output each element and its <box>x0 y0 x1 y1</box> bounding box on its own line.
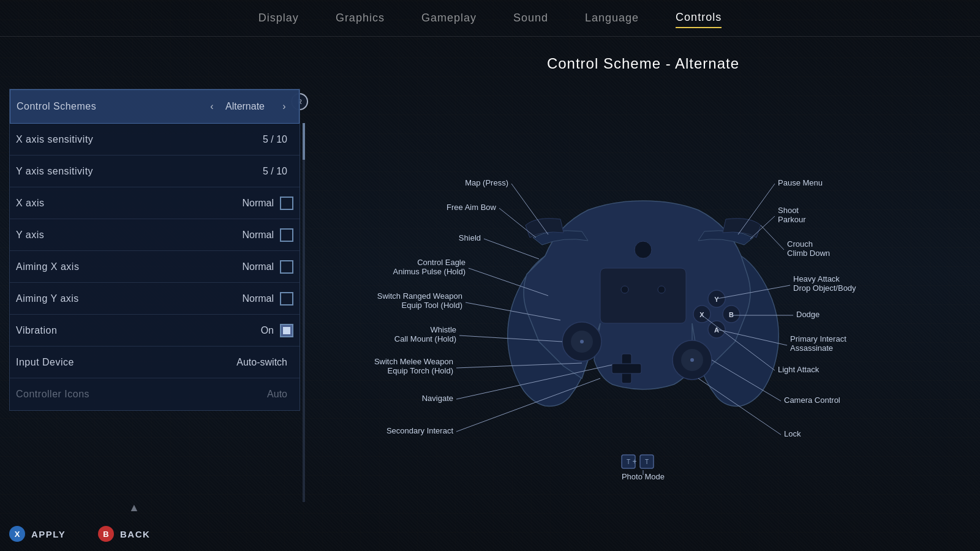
svg-rect-6 <box>612 364 641 373</box>
svg-text:Navigate: Navigate <box>422 394 453 403</box>
y-axis-sensitivity-value: 5 / 10 <box>263 166 287 177</box>
svg-text:Heavy Attack: Heavy Attack <box>793 274 840 283</box>
aiming-x-axis-checkbox[interactable] <box>280 260 293 274</box>
svg-text:Animus Pulse (Hold): Animus Pulse (Hold) <box>393 267 466 276</box>
svg-text:T: T <box>645 459 649 465</box>
input-device-value: Auto-switch <box>236 357 287 368</box>
controller-diagram-panel: Control Scheme - Alternate <box>306 37 980 551</box>
nav-graphics[interactable]: Graphics <box>336 9 385 28</box>
x-axis-sensitivity-value: 5 / 10 <box>263 134 287 145</box>
svg-point-19 <box>690 358 694 362</box>
svg-text:Map (Press): Map (Press) <box>465 178 508 187</box>
svg-text:Lock: Lock <box>784 429 801 438</box>
svg-rect-0 <box>600 268 686 323</box>
nav-language[interactable]: Language <box>585 9 639 28</box>
controller-svg: Y B A X <box>368 78 919 495</box>
aiming-y-axis-checkbox[interactable] <box>280 292 293 305</box>
svg-text:+: + <box>632 457 636 466</box>
svg-text:Secondary Interact: Secondary Interact <box>386 426 454 435</box>
controller-diagram: Y B A X <box>368 78 919 507</box>
svg-point-18 <box>580 340 584 343</box>
aiming-x-axis-row[interactable]: Aiming X axis Normal <box>10 251 300 283</box>
svg-text:Parkour: Parkour <box>778 215 806 224</box>
y-axis-label: Y axis <box>16 230 242 241</box>
back-button-label[interactable]: BACK <box>120 529 150 539</box>
svg-text:Switch Melee Weapon: Switch Melee Weapon <box>374 357 453 366</box>
nav-display[interactable]: Display <box>258 9 299 28</box>
b-button-icon: B <box>98 526 114 542</box>
x-axis-sensitivity-row[interactable]: X axis sensitivity 5 / 10 <box>10 124 300 156</box>
controller-icons-row: Controller Icons Auto <box>10 378 300 410</box>
control-schemes-value: Alternate <box>225 101 265 112</box>
svg-text:Crouch: Crouch <box>787 239 813 249</box>
nav-controls[interactable]: Controls <box>676 8 722 28</box>
vibration-row[interactable]: Vibration On <box>10 315 300 347</box>
svg-line-54 <box>761 225 784 250</box>
svg-text:Shield: Shield <box>459 233 481 242</box>
svg-text:Pause Menu: Pause Menu <box>778 178 823 187</box>
y-axis-value: Normal <box>242 230 274 241</box>
control-schemes-row[interactable]: Control Schemes ‹ Alternate › <box>10 89 300 124</box>
vibration-label: Vibration <box>16 325 261 336</box>
svg-text:Equip Tool (Hold): Equip Tool (Hold) <box>402 301 462 310</box>
back-button-group: B BACK <box>98 526 150 542</box>
svg-text:Climb Down: Climb Down <box>787 249 830 258</box>
svg-text:Equip Torch (Hold): Equip Torch (Hold) <box>388 366 453 375</box>
top-navigation: Display Graphics Gameplay Sound Language… <box>0 0 980 37</box>
svg-text:Control Eagle: Control Eagle <box>417 258 466 267</box>
svg-text:Dodge: Dodge <box>796 310 820 319</box>
y-axis-row[interactable]: Y axis Normal <box>10 219 300 251</box>
next-scheme-button[interactable]: › <box>276 98 293 115</box>
svg-text:Call Mount (Hold): Call Mount (Hold) <box>394 334 456 343</box>
vibration-value: On <box>261 325 274 336</box>
input-device-label: Input Device <box>16 357 236 368</box>
y-axis-checkbox[interactable] <box>280 228 293 242</box>
svg-text:T: T <box>627 459 630 465</box>
y-axis-sensitivity-label: Y axis sensitivity <box>16 166 263 177</box>
svg-line-30 <box>484 239 539 259</box>
vibration-checkbox[interactable] <box>280 324 293 337</box>
svg-text:Y: Y <box>714 296 719 303</box>
x-axis-label: X axis <box>16 198 242 209</box>
svg-point-16 <box>621 286 628 293</box>
aiming-x-axis-label: Aiming X axis <box>16 261 242 272</box>
controller-icons-label: Controller Icons <box>16 389 267 400</box>
svg-text:B: B <box>729 311 734 318</box>
scrollbar-track <box>303 123 305 502</box>
settings-panel: Control Schemes ‹ Alternate › X axis sen… <box>9 89 300 502</box>
prev-scheme-button[interactable]: ‹ <box>203 98 221 115</box>
input-device-row[interactable]: Input Device Auto-switch <box>10 347 300 378</box>
aiming-y-axis-row[interactable]: Aiming Y axis Normal <box>10 283 300 315</box>
scheme-title: Control Scheme - Alternate <box>547 55 739 72</box>
y-axis-sensitivity-row[interactable]: Y axis sensitivity 5 / 10 <box>10 156 300 187</box>
svg-text:Free Aim Bow: Free Aim Bow <box>447 203 497 212</box>
control-schemes-selector[interactable]: ‹ Alternate › <box>203 98 293 115</box>
apply-button-label[interactable]: APPLY <box>31 529 66 539</box>
settings-list: Control Schemes ‹ Alternate › X axis sen… <box>9 89 300 411</box>
footer-buttons: X APPLY <box>9 526 66 542</box>
control-schemes-label: Control Schemes <box>17 101 203 112</box>
aiming-x-axis-value: Normal <box>242 261 274 272</box>
aiming-y-axis-label: Aiming Y axis <box>16 293 242 304</box>
x-axis-row[interactable]: X axis Normal <box>10 187 300 219</box>
nav-gameplay[interactable]: Gameplay <box>421 9 477 28</box>
scroll-up-indicator[interactable]: ▲ <box>129 501 140 514</box>
x-axis-value: Normal <box>242 198 274 209</box>
nav-sound[interactable]: Sound <box>513 9 548 28</box>
svg-point-15 <box>635 241 652 258</box>
x-axis-sensitivity-label: X axis sensitivity <box>16 134 263 145</box>
svg-text:Light Attack: Light Attack <box>778 365 820 374</box>
svg-text:Drop Object/Body: Drop Object/Body <box>793 283 856 293</box>
svg-text:Switch Ranged Weapon: Switch Ranged Weapon <box>377 291 462 301</box>
aiming-y-axis-value: Normal <box>242 293 274 304</box>
back-btn-group[interactable]: B BACK <box>98 526 150 542</box>
svg-text:X: X <box>699 311 704 318</box>
apply-button-group[interactable]: X APPLY <box>9 526 66 542</box>
svg-text:Primary Interact: Primary Interact <box>790 334 846 343</box>
svg-text:Camera Control: Camera Control <box>784 395 840 405</box>
scrollbar-thumb[interactable] <box>303 123 305 160</box>
x-axis-checkbox[interactable] <box>280 197 293 210</box>
svg-text:Whistle: Whistle <box>430 325 456 334</box>
svg-text:Assassinate: Assassinate <box>790 343 833 353</box>
controller-icons-value: Auto <box>267 389 287 400</box>
